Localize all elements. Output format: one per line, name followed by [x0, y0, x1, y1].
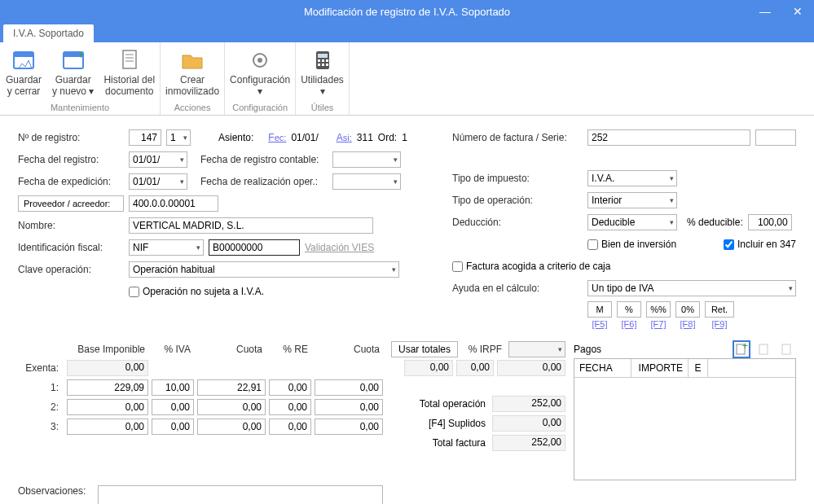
idfiscal-label: Identificación fiscal: — [18, 242, 124, 253]
r1-cuota2[interactable] — [315, 379, 383, 396]
irpf-a: 0,00 — [404, 360, 453, 376]
nombre-label: Nombre: — [18, 220, 124, 231]
fcont-input[interactable] — [332, 151, 401, 168]
title-bar: Modificación de registro de I.V.A. Sopor… — [0, 0, 814, 23]
save-close-button[interactable]: Guardary cerrar — [0, 46, 47, 101]
irpf-b: 0,00 — [456, 360, 494, 376]
frop-input[interactable] — [332, 173, 401, 190]
pagos-table[interactable]: FECHA IMPORTE E — [574, 358, 796, 480]
tab-strip: I.V.A. Soportado — [0, 23, 814, 42]
frop-label: Fecha de realización oper.: — [192, 176, 328, 187]
tipoop-label: Tipo de operación: — [452, 195, 583, 206]
r2-base[interactable] — [67, 399, 148, 415]
save-new-button[interactable]: + Guardary nuevo ▾ — [47, 46, 99, 101]
suplidos-button[interactable]: [F4] Suplidos — [396, 418, 486, 429]
bien-inversion-checkbox[interactable]: Bien de inversión — [587, 239, 676, 250]
svg-rect-13 — [318, 59, 320, 62]
pagos-add-button[interactable]: + — [733, 340, 750, 358]
tab-iva-soportado[interactable]: I.V.A. Soportado — [3, 24, 94, 42]
svg-rect-1 — [14, 52, 33, 57]
save-close-icon — [11, 47, 37, 73]
pctded-input[interactable] — [748, 214, 792, 230]
calc-ret-button[interactable]: Ret. — [705, 301, 734, 318]
tipoimp-label: Tipo de impuesto: — [452, 173, 583, 184]
ribbon-group-acciones: Crearinmovilizado Acciones — [161, 42, 225, 115]
pagos-edit-button[interactable] — [755, 340, 773, 358]
calc-pct-button[interactable]: % — [617, 301, 641, 318]
create-asset-button[interactable]: Crearinmovilizado — [161, 46, 224, 101]
svg-rect-5 — [123, 50, 136, 68]
ayuda-select[interactable]: Un tipo de IVA — [587, 280, 796, 296]
r1-re[interactable] — [269, 379, 311, 396]
vies-link[interactable]: Validación VIES — [305, 242, 374, 253]
fexp-input[interactable]: 01/01/ — [129, 173, 187, 190]
ribbon-group-utiles: Utilidades▾ Útiles — [296, 42, 350, 115]
calculator-icon — [310, 47, 336, 73]
r3-base[interactable] — [67, 419, 148, 435]
minimize-button[interactable]: — — [749, 0, 781, 23]
asiento-fec: 01/01/ — [291, 132, 318, 143]
ribbon-group-config: Configuración▾ Configuración — [225, 42, 296, 115]
svg-rect-21 — [759, 344, 768, 354]
gear-icon — [247, 47, 273, 73]
numfact-input[interactable] — [587, 129, 750, 146]
freg-input[interactable]: 01/01/ — [129, 151, 187, 168]
new-page-icon: + — [735, 343, 748, 356]
r3-cuota2[interactable] — [315, 419, 383, 435]
factura-caja-checkbox[interactable]: Factura acogida a criterio de caja — [452, 261, 610, 272]
incluir-347-checkbox[interactable]: Incluir en 347 — [724, 239, 796, 250]
proveedor-button[interactable]: Proveedor / acreedor: — [18, 195, 124, 212]
nombre-input[interactable] — [129, 217, 373, 234]
pagos-delete-button[interactable] — [778, 340, 796, 358]
svg-rect-22 — [782, 344, 790, 354]
irpf-select[interactable] — [508, 341, 565, 357]
proveedor-input[interactable] — [129, 195, 218, 212]
r1-cuota[interactable] — [197, 379, 266, 396]
idfiscal-input[interactable] — [209, 239, 300, 256]
r3-iva[interactable] — [152, 419, 194, 435]
svg-text:+: + — [78, 50, 84, 61]
ribbon-group-mantenimiento: Guardary cerrar + Guardary nuevo ▾ Histo… — [0, 42, 161, 115]
total-operacion: 252,00 — [492, 396, 565, 412]
r3-re[interactable] — [269, 419, 311, 435]
deducc-label: Deducción: — [452, 217, 583, 228]
clave-select[interactable]: Operación habitual — [129, 261, 399, 278]
calc-m-button[interactable]: M — [587, 301, 612, 318]
window-title: Modificación de registro de I.V.A. Sopor… — [304, 6, 510, 18]
svg-rect-17 — [322, 64, 324, 66]
config-button[interactable]: Configuración▾ — [225, 46, 295, 101]
doc-history-button[interactable]: Historial deldocumento — [99, 46, 160, 101]
r1-iva[interactable] — [152, 379, 194, 396]
obs-textarea[interactable] — [98, 485, 383, 504]
idfiscal-type-select[interactable]: NIF — [129, 239, 204, 256]
total-factura: 252,00 — [492, 435, 565, 451]
r1-base[interactable] — [67, 379, 148, 396]
ribbon: Guardary cerrar + Guardary nuevo ▾ Histo… — [0, 42, 814, 116]
nregistro-input[interactable] — [129, 129, 161, 146]
serie-input[interactable] — [755, 129, 796, 146]
calc-0pct-button[interactable]: 0% — [675, 301, 700, 318]
tipoimp-select[interactable]: I.V.A. — [587, 170, 677, 186]
r2-cuota2[interactable] — [315, 399, 383, 415]
nregistro-sub-select[interactable]: 1 — [166, 129, 191, 146]
pctded-label: % deducible: — [687, 217, 743, 228]
r2-re[interactable] — [269, 399, 311, 415]
r2-cuota[interactable] — [197, 399, 266, 415]
r2-iva[interactable] — [152, 399, 194, 415]
r3-cuota[interactable] — [197, 419, 266, 435]
clave-label: Clave operación: — [18, 264, 124, 275]
fcont-label: Fecha de registro contable: — [192, 154, 328, 165]
irpf-c: 0,00 — [497, 360, 565, 376]
utilities-button[interactable]: Utilidades▾ — [296, 46, 349, 101]
deducc-select[interactable]: Deducible — [587, 214, 677, 230]
fexp-label: Fecha de expedición: — [18, 176, 124, 187]
page-icon — [758, 343, 771, 356]
op-no-iva-checkbox[interactable]: Operación no sujeta a I.V.A. — [129, 286, 264, 297]
tipoop-select[interactable]: Interior — [587, 192, 677, 208]
usar-totales-button[interactable]: Usar totales — [391, 341, 458, 357]
calc-pctpct-button[interactable]: %% — [646, 301, 671, 318]
pagos-panel: Pagos + FECHA IMPORTE E — [574, 340, 796, 480]
close-button[interactable]: ✕ — [781, 0, 814, 23]
asiento-asi: 311 — [357, 132, 373, 143]
obs-label: Observaciones: — [18, 485, 91, 504]
